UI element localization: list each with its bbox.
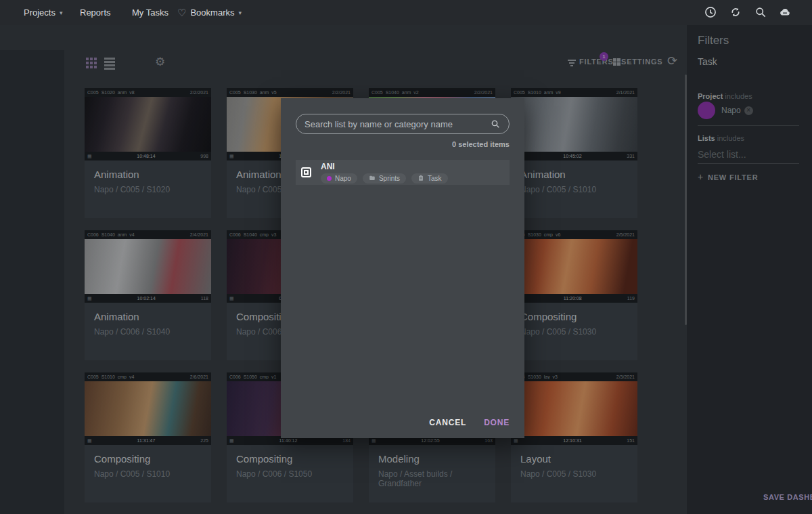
tag-project: Napo	[321, 173, 357, 184]
list-search-input[interactable]	[304, 119, 490, 129]
list-item-name: ANI	[321, 162, 448, 171]
history-icon[interactable]	[704, 5, 717, 19]
list-item-tags: Napo Sprints Task	[321, 173, 448, 184]
nav-reports-label: Reports	[80, 7, 111, 18]
task-icon	[418, 175, 424, 181]
list-item-body: ANI Napo Sprints	[321, 162, 448, 184]
cancel-button[interactable]: CANCEL	[429, 418, 466, 427]
selected-items-count: 0 selected items	[452, 140, 510, 148]
select-list-dialog: 0 selected items ANI Napo Sprints	[281, 98, 524, 438]
checkbox[interactable]	[301, 167, 311, 177]
nav-bookmarks[interactable]: ♡ Bookmarks ▾	[177, 0, 242, 25]
list-search-field	[296, 114, 510, 134]
nav-my-tasks-label: My Tasks	[132, 7, 168, 18]
folder-icon	[369, 175, 376, 181]
search-icon	[490, 119, 501, 129]
chevron-down-icon: ▾	[238, 9, 242, 16]
nav-my-tasks[interactable]: My Tasks	[132, 0, 168, 25]
tag-category: Sprints	[363, 173, 406, 184]
nav-bookmarks-label: Bookmarks	[190, 7, 234, 18]
tag-type: Task	[411, 173, 448, 184]
project-dot-icon	[327, 176, 332, 181]
nav-reports[interactable]: Reports	[80, 0, 111, 25]
sync-icon[interactable]	[729, 5, 742, 19]
chevron-down-icon: ▾	[60, 9, 63, 16]
cloud-icon[interactable]	[778, 5, 792, 19]
nav-projects-label: Projects	[24, 7, 55, 18]
heart-icon: ♡	[177, 7, 186, 19]
search-icon[interactable]	[754, 5, 767, 19]
modal-footer: CANCEL DONE	[429, 418, 510, 427]
nav-projects[interactable]: Projects ▾	[24, 0, 63, 25]
done-button[interactable]: DONE	[484, 418, 510, 427]
list-item-ani[interactable]: ANI Napo Sprints	[296, 160, 510, 185]
top-nav-bar: Projects ▾ Reports My Tasks ♡ Bookmarks …	[0, 0, 812, 25]
